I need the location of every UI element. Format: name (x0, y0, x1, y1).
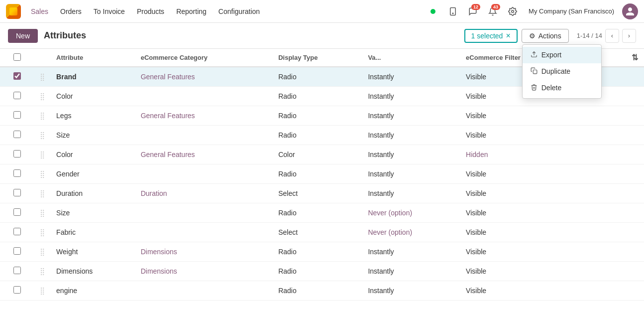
table-row[interactable]: ⣿ engine Radio Instantly Visible (0, 281, 644, 301)
col-attribute[interactable]: Attribute (50, 49, 135, 67)
ecommerce-cat-cell[interactable] (135, 164, 273, 184)
row-checkbox-cell[interactable] (0, 106, 34, 126)
attribute-cell[interactable]: Weight (50, 242, 135, 262)
drag-handle-cell[interactable]: ⣿ (34, 184, 50, 203)
drag-handle-icon[interactable]: ⣿ (40, 248, 44, 256)
col-variants[interactable]: Va... (362, 49, 460, 67)
company-switcher[interactable]: My Company (San Francisco) (525, 5, 618, 17)
attribute-cell[interactable]: Fabric (50, 223, 135, 242)
drag-handle-icon[interactable]: ⣿ (40, 131, 44, 139)
selected-badge[interactable]: 1 selected × (464, 29, 518, 43)
ecommerce-cat-cell[interactable]: Dimensions (135, 242, 273, 262)
row-checkbox-cell[interactable] (0, 67, 34, 87)
row-checkbox[interactable] (13, 111, 21, 119)
table-row[interactable]: ⣿ Fabric Select Never (option) Visible (0, 223, 644, 242)
row-checkbox-cell[interactable] (0, 242, 34, 262)
ecommerce-cat-cell[interactable] (135, 281, 273, 301)
ecommerce-cat-cell[interactable] (135, 87, 273, 106)
ecommerce-cat-cell[interactable]: General Features (135, 145, 273, 164)
col-filter-icon[interactable]: ⇅ (626, 49, 644, 67)
drag-handle-cell[interactable]: ⣿ (34, 126, 50, 145)
row-checkbox[interactable] (13, 131, 21, 138)
table-row[interactable]: ⣿ Size Radio Instantly Visible (0, 126, 644, 145)
table-row[interactable]: ⣿ Weight Dimensions Radio Instantly Visi… (0, 242, 644, 262)
table-row[interactable]: ⣿ Size Radio Never (option) Visible (0, 203, 644, 223)
row-checkbox-cell[interactable] (0, 184, 34, 203)
drag-handle-icon[interactable]: ⣿ (40, 170, 44, 178)
clear-selection-button[interactable]: × (506, 32, 510, 40)
chat-icon-btn[interactable]: 12 (465, 3, 481, 19)
attribute-cell[interactable]: Brand (50, 67, 135, 87)
avatar[interactable] (622, 3, 638, 19)
nav-products[interactable]: Products (132, 5, 169, 17)
attribute-cell[interactable]: Duration (50, 184, 135, 203)
drag-handle-cell[interactable]: ⣿ (34, 106, 50, 126)
ecommerce-cat-cell[interactable] (135, 126, 273, 145)
row-checkbox[interactable] (13, 169, 21, 177)
row-checkbox[interactable] (13, 247, 21, 255)
actions-button[interactable]: ⚙ Actions Export Duplicate Delete (522, 29, 569, 43)
table-row[interactable]: ⣿ Duration Duration Select Instantly Vis… (0, 184, 644, 203)
row-checkbox[interactable] (13, 189, 21, 196)
select-all-header[interactable] (0, 49, 34, 67)
row-checkbox-cell[interactable] (0, 203, 34, 223)
row-checkbox-cell[interactable] (0, 223, 34, 242)
notif-icon-btn[interactable]: 43 (485, 3, 501, 19)
nav-configuration[interactable]: Configuration (214, 5, 265, 17)
drag-handle-cell[interactable]: ⣿ (34, 87, 50, 106)
next-page-button[interactable]: › (622, 29, 636, 43)
filter-settings-icon[interactable]: ⇅ (632, 53, 638, 62)
drag-handle-icon[interactable]: ⣿ (40, 73, 44, 81)
table-row[interactable]: ⣿ Legs General Features Radio Instantly … (0, 106, 644, 126)
drag-handle-cell[interactable]: ⣿ (34, 67, 50, 87)
nav-orders[interactable]: Orders (55, 5, 87, 17)
ecommerce-cat-cell[interactable]: Dimensions (135, 262, 273, 281)
drag-handle-icon[interactable]: ⣿ (40, 228, 44, 236)
drag-handle-cell[interactable]: ⣿ (34, 164, 50, 184)
attribute-cell[interactable]: Gender (50, 164, 135, 184)
phone-icon-btn[interactable] (445, 3, 461, 19)
ecommerce-cat-cell[interactable]: General Features (135, 67, 273, 87)
drag-handle-icon[interactable]: ⣿ (40, 287, 44, 295)
attribute-cell[interactable]: Legs (50, 106, 135, 126)
table-row[interactable]: ⣿ Color General Features Color Instantly… (0, 145, 644, 164)
row-checkbox-cell[interactable] (0, 126, 34, 145)
drag-handle-icon[interactable]: ⣿ (40, 151, 44, 158)
new-button[interactable]: New (8, 29, 38, 43)
row-checkbox-cell[interactable] (0, 87, 34, 106)
ecommerce-cat-cell[interactable] (135, 203, 273, 223)
nav-sales[interactable]: Sales (26, 5, 53, 17)
drag-handle-cell[interactable]: ⣿ (34, 203, 50, 223)
row-checkbox[interactable] (13, 267, 21, 274)
drag-handle-cell[interactable]: ⣿ (34, 223, 50, 242)
drag-handle-cell[interactable]: ⣿ (34, 262, 50, 281)
row-checkbox[interactable] (13, 72, 21, 80)
row-checkbox[interactable] (13, 208, 21, 216)
drag-handle-icon[interactable]: ⣿ (40, 209, 44, 217)
drag-handle-icon[interactable]: ⣿ (40, 92, 44, 100)
attribute-cell[interactable]: Color (50, 87, 135, 106)
row-checkbox[interactable] (13, 286, 21, 294)
drag-handle-icon[interactable]: ⣿ (40, 267, 44, 275)
row-checkbox-cell[interactable] (0, 262, 34, 281)
nav-reporting[interactable]: Reporting (171, 5, 212, 17)
drag-handle-cell[interactable]: ⣿ (34, 281, 50, 301)
row-checkbox-cell[interactable] (0, 164, 34, 184)
drag-handle-icon[interactable]: ⣿ (40, 112, 44, 120)
attribute-cell[interactable]: Size (50, 126, 135, 145)
drag-handle-cell[interactable]: ⣿ (34, 145, 50, 164)
nav-to-invoice[interactable]: To Invoice (89, 5, 130, 17)
col-display-type[interactable]: Display Type (272, 49, 362, 67)
prev-page-button[interactable]: ‹ (605, 29, 619, 43)
drag-handle-icon[interactable]: ⣿ (40, 189, 44, 197)
row-checkbox[interactable] (13, 228, 21, 235)
attribute-cell[interactable]: Size (50, 203, 135, 223)
row-checkbox-cell[interactable] (0, 145, 34, 164)
table-row[interactable]: ⣿ Dimensions Dimensions Radio Instantly … (0, 262, 644, 281)
app-logo[interactable] (6, 4, 21, 19)
table-row[interactable]: ⣿ Gender Radio Instantly Visible (0, 164, 644, 184)
ecommerce-cat-cell[interactable]: General Features (135, 106, 273, 126)
attribute-cell[interactable]: engine (50, 281, 135, 301)
row-checkbox-cell[interactable] (0, 281, 34, 301)
settings-icon-btn[interactable] (505, 3, 521, 19)
